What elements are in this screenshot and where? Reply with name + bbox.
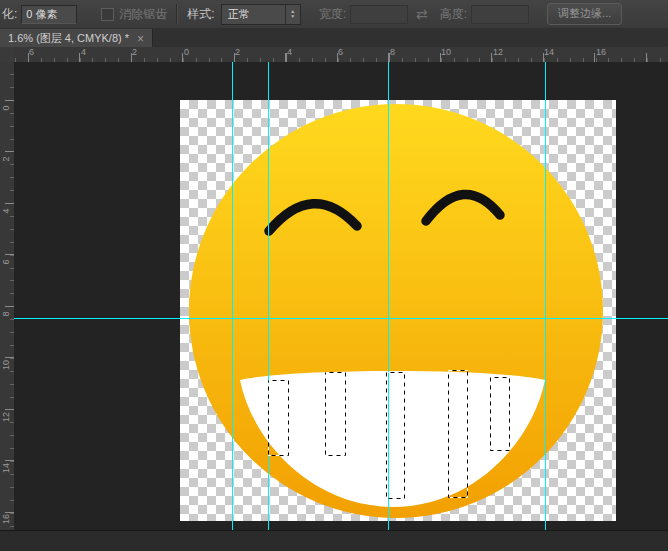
tab-bar: 1.6% (图层 4, CMYK/8) * × (0, 28, 668, 48)
feather-label: 化: (2, 6, 17, 23)
ruler-number: 6 (29, 47, 34, 57)
ruler-number: 12 (1, 411, 11, 423)
vertical-ruler[interactable]: 0246810121416 (0, 62, 15, 530)
style-value: 正常 (228, 7, 250, 22)
ruler-number: 0 (184, 47, 189, 57)
document-tab[interactable]: 1.6% (图层 4, CMYK/8) * × (0, 29, 153, 48)
antialias-label: 消除锯齿 (119, 6, 167, 23)
ruler-number: 4 (287, 47, 292, 57)
style-dropdown[interactable]: 正常 ▲ ▼ (221, 4, 301, 25)
ruler-number: 16 (596, 47, 606, 57)
options-bar: 化: 0 像素 消除锯齿 样式: 正常 ▲ ▼ 宽度: ⇄ 高度: 调整边缘..… (0, 0, 668, 29)
antialias-checkbox[interactable] (101, 8, 114, 21)
document-tab-title: 1.6% (图层 4, CMYK/8) * (8, 31, 129, 46)
horizontal-ruler[interactable]: 6420246810121416 (14, 47, 668, 63)
ruler-number: 0 (1, 102, 11, 114)
ruler-number: 2 (235, 47, 240, 57)
width-input[interactable] (350, 5, 408, 24)
ruler-number: 6 (1, 256, 11, 268)
status-bar (0, 530, 668, 551)
height-input[interactable] (471, 5, 529, 24)
close-icon[interactable]: × (137, 33, 144, 45)
ruler-number: 8 (390, 47, 395, 57)
ruler-number: 10 (441, 47, 451, 57)
swap-dimensions-icon[interactable]: ⇄ (416, 6, 428, 22)
ruler-number: 12 (493, 47, 503, 57)
feather-input[interactable]: 0 像素 (21, 5, 77, 24)
refine-edge-button[interactable]: 调整边缘... (547, 3, 622, 25)
height-label: 高度: (440, 6, 467, 23)
ruler-number: 2 (1, 153, 11, 165)
ruler-number: 6 (338, 47, 343, 57)
smiley-artwork (180, 100, 616, 521)
ruler-number: 14 (544, 47, 554, 57)
ruler-number: 4 (1, 205, 11, 217)
canvas[interactable] (180, 100, 616, 521)
width-label: 宽度: (319, 6, 346, 23)
chevron-up-down-icon[interactable]: ▲ ▼ (285, 5, 300, 24)
photoshop-window: 化: 0 像素 消除锯齿 样式: 正常 ▲ ▼ 宽度: ⇄ 高度: 调整边缘..… (0, 0, 668, 551)
ruler-number: 14 (1, 462, 11, 474)
ruler-number: 8 (1, 308, 11, 320)
chevron-down-icon: ▼ (290, 14, 295, 19)
ruler-origin-corner[interactable] (0, 47, 15, 63)
ruler-number: 10 (1, 359, 11, 371)
separator (176, 4, 178, 24)
ruler-number: 4 (81, 47, 86, 57)
ruler-number: 16 (1, 513, 11, 525)
ruler-number: 2 (132, 47, 137, 57)
style-label: 样式: (187, 6, 214, 23)
